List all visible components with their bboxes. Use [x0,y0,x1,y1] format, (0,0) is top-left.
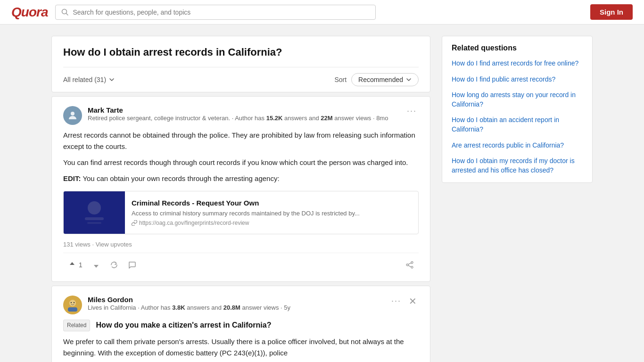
link-icon [132,220,137,226]
svg-point-11 [74,302,74,303]
upvote-count-1: 1 [79,261,83,269]
svg-point-2 [71,112,74,115]
more-options-button-1[interactable]: ··· [405,106,419,116]
question-title: How do I obtain arrest records in Califo… [63,46,419,59]
filter-bar: All related (31) Sort Recommended [63,67,419,92]
author-details-2: Miles Gordon Lives in California · Autho… [88,296,290,312]
upvote-button-1[interactable]: 1 [63,258,87,272]
related-question-link-1[interactable]: How do I find public arrest records? [452,75,583,84]
downvote-button-1[interactable] [87,258,105,272]
link-card-image-1 [64,191,125,234]
search-icon [61,8,69,16]
sort-dropdown[interactable]: Recommended [351,73,419,86]
svg-rect-6 [87,222,101,224]
link-card-1[interactable]: Criminal Records - Request Your Own Acce… [63,191,419,234]
answer-text-2: Related How do you make a citizen's arre… [63,319,419,359]
svg-point-10 [71,302,72,303]
related-question-link-0[interactable]: How do I find arrest records for free on… [452,59,583,68]
avatar-2 [63,296,82,314]
svg-rect-9 [68,307,77,312]
author-info-2: Miles Gordon Lives in California · Autho… [63,296,290,314]
related-question-title-2: How do you make a citizen's arrest in Ca… [96,321,272,329]
reshare-button-1[interactable] [105,258,123,272]
related-question-link-4[interactable]: Are arrest records public in California? [452,141,583,150]
quora-logo[interactable]: Quora [11,5,48,20]
action-bar-1: 1 [63,253,419,272]
related-tag-2: Related [63,320,90,331]
answer-header-2: Miles Gordon Lives in California · Autho… [63,296,419,314]
svg-line-1 [66,13,68,15]
author-bio-2: Lives in California · Author has 3.8K an… [88,304,290,312]
more-options-button-2[interactable]: ··· [389,296,403,306]
search-input[interactable] [73,8,370,16]
author-name-2[interactable]: Miles Gordon [88,296,290,304]
author-name-1[interactable]: Mark Tarte [88,106,388,114]
close-button-2[interactable]: ✕ [407,296,419,307]
left-column: How do I obtain arrest records in Califo… [51,36,430,362]
author-details-1: Mark Tarte Retired police sergeant, coll… [88,106,388,123]
right-column: Related questions How do I find arrest r… [442,36,593,183]
link-card-title-1: Criminal Records - Request Your Own [132,199,360,207]
answer-text-1: Arrest records cannot be obtained throug… [63,130,419,184]
sort-chevron-icon [406,77,412,82]
avatar-1 [63,106,82,125]
answer-actions-2: ··· ✕ [389,296,419,307]
main-container: How do I obtain arrest records in Califo… [44,25,600,362]
search-bar[interactable] [55,5,376,20]
question-card: How do I obtain arrest records in Califo… [51,36,430,92]
related-question-link-5[interactable]: How do I obtain my records if my doctor … [452,156,583,175]
views-text-1: 131 views · View upvotes [63,241,419,248]
upvote-icon-1 [68,261,76,269]
related-question-link-3[interactable]: How do I obtain an accident report in Ca… [452,115,583,134]
link-card-desc-1: Access to criminal history summary recor… [132,210,360,217]
chevron-down-icon [109,77,115,82]
answer-card-1: Mark Tarte Retired police sergeant, coll… [51,96,430,282]
svg-point-7 [69,300,76,306]
author-info-1: Mark Tarte Retired police sergeant, coll… [63,106,388,125]
answer-card-2: Miles Gordon Lives in California · Autho… [51,286,430,362]
author-bio-1: Retired police sergeant, college instruc… [88,114,388,123]
downvote-icon-1 [92,261,100,269]
share-icon-1 [405,261,414,269]
related-questions-card: Related questions How do I find arrest r… [442,36,593,183]
comment-button-1[interactable] [123,258,141,272]
all-related-filter[interactable]: All related (31) [63,76,115,83]
related-questions-title: Related questions [452,44,583,52]
comment-icon-1 [128,261,136,269]
svg-point-4 [88,201,101,214]
sign-in-button[interactable]: Sign In [590,4,633,20]
sort-section: Sort Recommended [334,73,419,86]
share-button-1[interactable] [401,258,419,272]
related-question-link-2[interactable]: How long do arrests stay on your record … [452,90,583,109]
link-card-body-1: Criminal Records - Request Your Own Acce… [125,191,366,234]
all-related-label: All related (31) [63,76,106,83]
svg-rect-5 [85,217,104,220]
reshare-icon-1 [110,261,118,269]
link-card-url-1: https://oag.ca.gov/fingerprints/record-r… [132,220,360,226]
header: Quora Sign In [0,0,644,25]
sort-label: Sort [334,76,347,83]
answer-header-1: Mark Tarte Retired police sergeant, coll… [63,106,419,125]
view-upvotes-link-1[interactable]: View upvotes [96,241,132,248]
sort-value: Recommended [358,76,403,83]
